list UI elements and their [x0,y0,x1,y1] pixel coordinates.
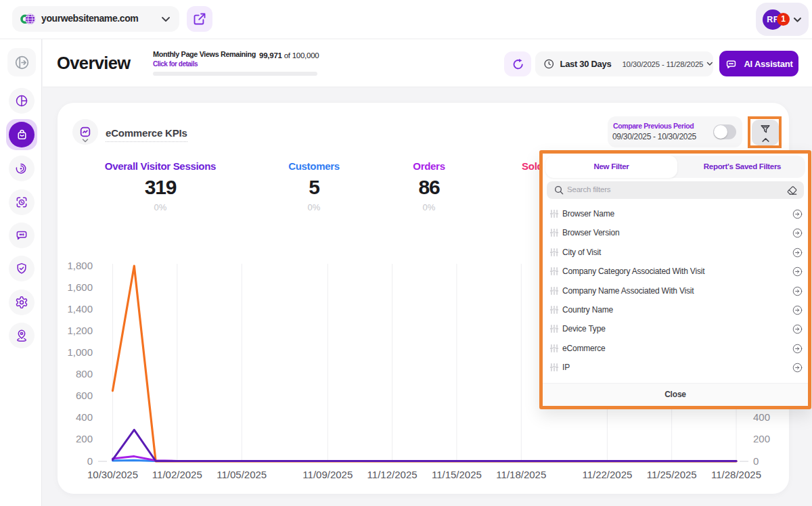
svg-text:600: 600 [76,390,93,401]
svg-text:0: 0 [87,455,93,467]
svg-text:1,200: 1,200 [67,325,93,336]
svg-text:400: 400 [753,411,770,423]
svg-text:1,800: 1,800 [67,260,93,271]
svg-text:1,000: 1,000 [67,346,93,358]
svg-text:11/09/2025: 11/09/2025 [302,469,353,480]
svg-text:800: 800 [76,368,93,380]
svg-text:11/15/2025: 11/15/2025 [432,469,482,480]
svg-text:11/25/2025: 11/25/2025 [647,469,697,480]
svg-text:0: 0 [753,455,759,467]
svg-text:1,600: 1,600 [67,281,93,293]
svg-text:11/12/2025: 11/12/2025 [367,469,418,480]
svg-text:10/30/2025: 10/30/2025 [87,469,138,480]
svg-text:200: 200 [753,433,770,444]
svg-text:11/05/2025: 11/05/2025 [217,469,267,480]
svg-text:11/22/2025: 11/22/2025 [582,469,632,480]
svg-text:1,400: 1,400 [67,303,93,315]
svg-text:400: 400 [76,411,93,423]
svg-text:11/02/2025: 11/02/2025 [152,469,202,480]
svg-text:200: 200 [76,433,93,444]
svg-text:11/28/2025: 11/28/2025 [711,469,761,480]
svg-text:11/18/2025: 11/18/2025 [496,469,546,480]
